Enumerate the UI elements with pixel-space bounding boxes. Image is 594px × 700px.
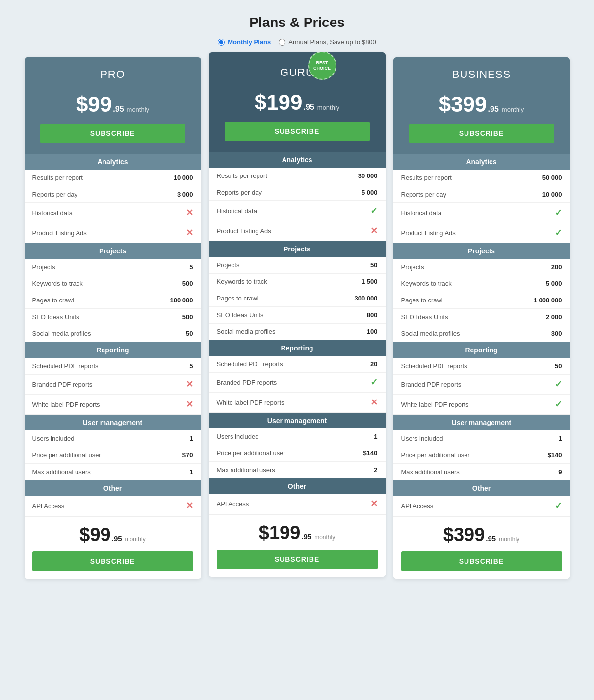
feature-value: 5 000 (362, 189, 378, 196)
feature-label: API Access (32, 502, 65, 510)
feature-label: Pages to crawl (217, 295, 258, 302)
feature-value: 1 (189, 435, 193, 442)
price-cents: .95 (113, 105, 124, 114)
plan-card-guru: BESTCHOICE GURU $199 .95 monthly SUBSCRI… (209, 52, 386, 577)
subscribe-button-bottom[interactable]: SUBSCRIBE (217, 550, 378, 569)
section-header-reporting: Reporting (25, 342, 201, 358)
feature-row: SEO Ideas Units500 (25, 309, 201, 325)
feature-label: White label PDF reports (217, 399, 284, 406)
section-header-analytics: Analytics (393, 154, 570, 170)
feature-row: Social media profiles50 (25, 325, 201, 342)
feature-value: 2 000 (546, 313, 562, 321)
feature-row: Keywords to track1 500 (209, 274, 386, 290)
feature-row: White label PDF reports✓ (393, 395, 570, 415)
price-main: $99 (76, 92, 112, 117)
best-choice-badge: BESTCHOICE (308, 52, 336, 80)
feature-value: 50 (186, 330, 193, 337)
subscribe-button-bottom[interactable]: SUBSCRIBE (32, 551, 193, 571)
feature-value: 800 (367, 311, 378, 319)
annual-label: Annual Plans, Save up to $800 (288, 38, 376, 46)
feature-label: Users included (217, 433, 259, 440)
feature-label: Product Listing Ads (217, 227, 271, 235)
price-main: $399 (439, 92, 487, 117)
price-cents: .95 (488, 105, 499, 114)
plan-name: GURU (217, 66, 378, 79)
feature-value: 3 000 (177, 191, 193, 198)
feature-label: Product Listing Ads (401, 229, 456, 237)
annual-radio[interactable] (279, 39, 285, 46)
feature-row: Historical data✓ (393, 203, 570, 223)
feature-value: 20 (370, 360, 377, 368)
feature-label: Max additional users (32, 468, 91, 475)
section-header-user-management: User management (25, 415, 201, 430)
price-main: $199 (255, 90, 303, 115)
section-header-other: Other (209, 478, 386, 494)
feature-value: ✕ (186, 227, 193, 238)
feature-label: Price per additional user (32, 451, 101, 459)
feature-row: Historical data✓ (209, 201, 386, 221)
page-title: Plans & Prices (10, 15, 584, 30)
section-header-reporting: Reporting (393, 342, 570, 358)
feature-value: ✓ (370, 377, 378, 388)
monthly-radio[interactable] (218, 39, 225, 46)
feature-row: Users included1 (25, 430, 201, 447)
feature-label: Branded PDF reports (32, 381, 93, 388)
feature-label: API Access (401, 502, 434, 510)
subscribe-button-top[interactable]: SUBSCRIBE (409, 124, 554, 143)
feature-row: Keywords to track5 000 (393, 275, 570, 292)
feature-value: 100 (367, 328, 378, 335)
feature-row: Projects200 (393, 259, 570, 275)
feature-label: Social media profiles (401, 330, 460, 337)
feature-label: Pages to crawl (32, 297, 74, 304)
feature-value: ✕ (186, 379, 193, 390)
feature-row: Projects50 (209, 257, 386, 274)
feature-label: Projects (217, 261, 240, 269)
feature-value: 10 000 (174, 174, 193, 181)
feature-label: Historical data (217, 207, 257, 215)
feature-value: 1 (558, 435, 562, 442)
subscribe-button-top[interactable]: SUBSCRIBE (40, 124, 185, 143)
feature-value: ✓ (555, 379, 562, 390)
feature-label: White label PDF reports (32, 401, 100, 408)
feature-value: 50 (370, 261, 377, 269)
plan-name: PRO (32, 68, 193, 81)
feature-row: Price per additional user$140 (209, 445, 386, 462)
feature-row: Pages to crawl100 000 (25, 292, 201, 309)
feature-row: Branded PDF reports✕ (25, 375, 201, 395)
feature-label: Branded PDF reports (401, 381, 462, 388)
feature-row: Reports per day10 000 (393, 186, 570, 203)
feature-row: White label PDF reports✕ (209, 393, 386, 413)
feature-label: SEO Ideas Units (401, 313, 448, 321)
feature-value: 200 (551, 263, 562, 271)
feature-row: API Access✕ (25, 496, 201, 516)
subscribe-button-bottom[interactable]: SUBSCRIBE (401, 551, 562, 571)
feature-value: 5 (189, 263, 193, 271)
price-cents: .95 (304, 103, 314, 112)
feature-row: Branded PDF reports✓ (393, 375, 570, 395)
feature-label: Historical data (401, 209, 441, 217)
feature-label: Projects (401, 263, 424, 271)
subscribe-button-top[interactable]: SUBSCRIBE (225, 122, 370, 141)
section-header-projects: Projects (393, 243, 570, 259)
feature-label: Social media profiles (32, 330, 91, 337)
plan-footer-business: $399 .95 monthly SUBSCRIBE (393, 516, 570, 579)
plans-container: PRO $99 .95 monthly SUBSCRIBE AnalyticsR… (13, 57, 582, 579)
section-header-reporting: Reporting (209, 340, 386, 356)
plan-footer-pro: $99 .95 monthly SUBSCRIBE (25, 516, 201, 579)
feature-label: Price per additional user (401, 451, 470, 459)
footer-price-period: monthly (314, 534, 335, 541)
annual-billing-option[interactable]: Annual Plans, Save up to $800 (279, 38, 376, 46)
feature-value: 5 (189, 362, 193, 370)
feature-row: Historical data✕ (25, 203, 201, 223)
section-header-projects: Projects (209, 241, 386, 257)
feature-row: Pages to crawl1 000 000 (393, 292, 570, 309)
feature-label: Reports per day (217, 189, 262, 196)
billing-toggle: Monthly Plans Annual Plans, Save up to $… (10, 38, 584, 46)
feature-label: Keywords to track (217, 278, 267, 285)
feature-label: White label PDF reports (401, 401, 469, 408)
feature-row: SEO Ideas Units800 (209, 307, 386, 324)
feature-value: 1 (189, 468, 193, 475)
feature-label: Branded PDF reports (217, 379, 277, 386)
monthly-billing-option[interactable]: Monthly Plans (218, 38, 271, 46)
feature-row: Reports per day5 000 (209, 184, 386, 201)
